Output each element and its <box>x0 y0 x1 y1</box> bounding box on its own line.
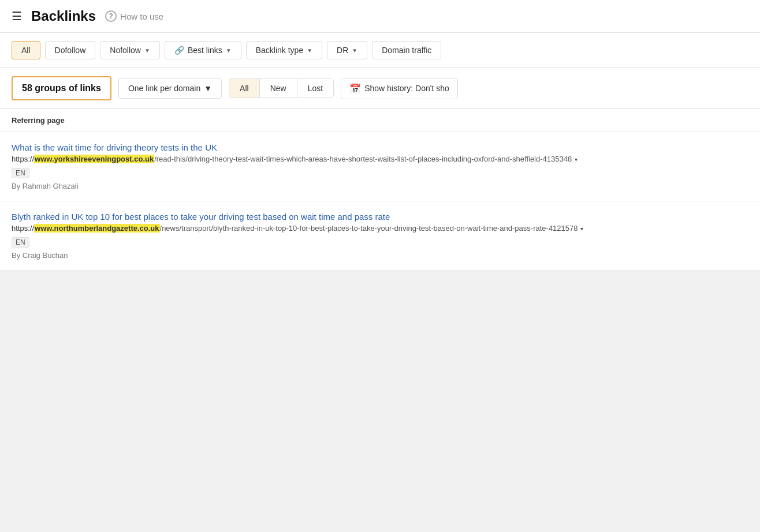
author: By Craig Buchan <box>12 251 748 260</box>
result-title-link[interactable]: What is the wait time for driving theory… <box>12 143 748 152</box>
lost-tab-button[interactable]: Lost <box>297 79 333 98</box>
url-domain: www.yorkshireeveningpost.co.uk <box>34 155 154 163</box>
lang-badge: EN <box>12 237 29 248</box>
backlink-type-chevron-icon: ▼ <box>307 47 312 54</box>
result-title-link[interactable]: Blyth ranked in UK top 10 for best place… <box>12 212 748 222</box>
show-history-label: Show history: Don't sho <box>364 84 449 93</box>
url-domain: www.northumberlandgazette.co.uk <box>34 224 159 233</box>
help-circle-icon: ? <box>105 10 117 22</box>
url-path: /news/transport/blyth-ranked-in-uk-top-1… <box>160 224 578 233</box>
page-title: Backlinks <box>31 8 96 24</box>
url-expand-icon[interactable]: ▾ <box>573 156 578 163</box>
url-expand-icon[interactable]: ▾ <box>579 226 584 232</box>
url-path: /read-this/driving-theory-test-wait-time… <box>154 155 572 163</box>
result-item: Blyth ranked in UK top 10 for best place… <box>0 201 760 271</box>
result-item: What is the wait time for driving theory… <box>0 132 760 201</box>
filter-bar: All Dofollow Nofollow ▼ 🔗 Best links ▼ B… <box>0 33 760 68</box>
result-url: https://www.yorkshireeveningpost.co.uk/r… <box>12 155 748 163</box>
backlink-type-filter-button[interactable]: Backlink type ▼ <box>246 41 322 59</box>
nofollow-chevron-icon: ▼ <box>144 47 150 54</box>
all-filter-button[interactable]: All <box>12 41 40 59</box>
all-tab-button[interactable]: All <box>229 79 260 98</box>
best-links-chevron-icon: ▼ <box>226 47 232 54</box>
hamburger-menu-icon[interactable]: ☰ <box>12 9 22 23</box>
domain-traffic-filter-button[interactable]: Domain traffic <box>372 41 441 59</box>
url-prefix: https:// <box>12 155 34 163</box>
show-history-button[interactable]: 📅 Show history: Don't sho <box>341 78 458 99</box>
groups-bar: 58 groups of links One link per domain ▼… <box>0 68 760 109</box>
all-filter-label: All <box>21 46 31 55</box>
author: By Rahmah Ghazali <box>12 182 748 190</box>
best-links-filter-button[interactable]: 🔗 Best links ▼ <box>165 41 241 59</box>
page-header: ☰ Backlinks ? How to use <box>0 0 760 33</box>
dr-filter-button[interactable]: DR ▼ <box>327 41 367 59</box>
lang-badge: EN <box>12 168 29 178</box>
dofollow-filter-label: Dofollow <box>55 46 86 55</box>
domain-dropdown-chevron-icon: ▼ <box>204 84 212 93</box>
result-url: https://www.northumberlandgazette.co.uk/… <box>12 224 748 233</box>
domain-traffic-label: Domain traffic <box>382 46 431 55</box>
help-link[interactable]: ? How to use <box>105 10 163 22</box>
domain-dropdown-label: One link per domain <box>128 84 200 93</box>
dr-chevron-icon: ▼ <box>352 47 357 54</box>
dofollow-filter-button[interactable]: Dofollow <box>45 41 96 59</box>
groups-count: 58 groups of links <box>12 76 111 100</box>
results-list: What is the wait time for driving theory… <box>0 132 760 271</box>
referring-page-col-header: Referring page <box>12 116 65 125</box>
new-tab-button[interactable]: New <box>260 79 297 98</box>
best-links-label: Best links <box>188 46 222 55</box>
all-new-lost-filter: All New Lost <box>229 78 334 98</box>
table-header: Referring page <box>0 109 760 132</box>
calendar-icon: 📅 <box>349 83 361 94</box>
url-prefix: https:// <box>12 224 34 233</box>
nofollow-filter-label: Nofollow <box>110 46 141 55</box>
domain-dropdown-button[interactable]: One link per domain ▼ <box>118 78 222 99</box>
dr-label: DR <box>337 46 348 55</box>
nofollow-filter-button[interactable]: Nofollow ▼ <box>100 41 160 59</box>
backlink-type-label: Backlink type <box>256 46 303 55</box>
link-icon: 🔗 <box>174 46 184 55</box>
help-label: How to use <box>120 12 163 21</box>
